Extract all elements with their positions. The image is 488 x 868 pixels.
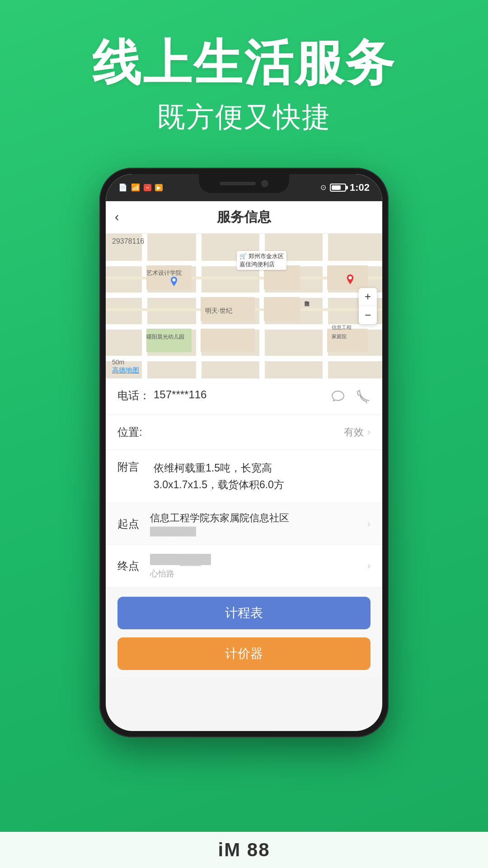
schedule-button[interactable]: 计程表: [117, 597, 371, 629]
back-button[interactable]: ‹: [115, 210, 119, 224]
start-point-row: 起点 信息工程学院东家属院信息社区 ████████ ›: [106, 503, 382, 545]
notch: [199, 174, 289, 193]
phone-screen: 📄 📶 − ▶ ⊙ 1:02 ‹: [106, 174, 382, 731]
map-brand: 50m 高德地图: [112, 358, 139, 375]
note-row: 附言 依维柯载重1.5吨，长宽高 3.0x1.7x1.5，载货体积6.0方: [106, 450, 382, 504]
play-orange-icon: ▶: [155, 184, 163, 191]
map-id: 29378116: [112, 237, 144, 245]
hero-section: 线上生活服务 既方便又快捷: [0, 0, 488, 154]
map-label-kindergarten: 曙阳晨光幼儿园: [146, 333, 184, 341]
map-road: [323, 234, 328, 378]
phone-label: 电话：: [117, 388, 154, 403]
battery-icon: [330, 184, 346, 192]
note-label: 附言: [117, 460, 154, 474]
phone-frame: 📄 📶 − ▶ ⊙ 1:02 ‹: [99, 168, 389, 737]
minus-red-icon: −: [144, 184, 151, 191]
map-road: [142, 234, 147, 378]
svg-point-1: [348, 276, 352, 279]
zoom-in-button[interactable]: +: [359, 288, 377, 306]
store-label: 🛒 郑州市金水区嘉佳鸿便利店: [237, 251, 286, 270]
bottom-bar-text: iM 88: [218, 839, 270, 861]
phone-mockup: 📄 📶 − ▶ ⊙ 1:02 ‹: [0, 168, 488, 737]
map-label-road3: 家庭院: [332, 333, 347, 340]
phone-row: 电话： 157****116: [106, 378, 382, 415]
end-point-row: 终点 心怡路███号 心怡路 ›: [106, 545, 382, 588]
end-content: 心怡路███号 心怡路: [150, 553, 364, 579]
map-block: [201, 329, 255, 352]
calculator-button[interactable]: 计价器: [117, 637, 371, 670]
start-chevron-icon[interactable]: ›: [367, 518, 371, 530]
start-content: 信息工程学院东家属院信息社区 ████████: [150, 511, 364, 536]
map-zoom-controls[interactable]: + −: [359, 288, 377, 324]
location-icon: ⊙: [320, 183, 326, 192]
info-area: 电话： 157****116: [106, 378, 382, 678]
start-label: 起点: [117, 517, 150, 531]
map-area[interactable]: 艺术设计学院 曙阳晨光幼儿园 明天·世纪 信息学院路 信息工程 家庭院 2937…: [106, 234, 382, 378]
page-title: 服务信息: [217, 208, 271, 226]
speaker: [220, 182, 256, 185]
map-label-tomorrow: 明天·世纪: [205, 307, 232, 315]
hero-title: 线上生活服务: [0, 36, 488, 90]
end-label: 终点: [117, 559, 150, 573]
svg-point-0: [173, 278, 176, 281]
status-icons-right: ⊙ 1:02: [320, 182, 370, 193]
map-block: [327, 329, 368, 352]
hero-subtitle: 既方便又快捷: [0, 98, 488, 136]
map-block: [264, 297, 300, 321]
location-pin-red: [345, 274, 355, 287]
document-icon: 📄: [118, 183, 127, 192]
camera: [261, 180, 268, 187]
call-icon[interactable]: [354, 388, 371, 405]
end-address: 心怡路███号: [150, 553, 364, 566]
button-area: 计程表 计价器: [106, 588, 382, 677]
location-label: 位置:: [117, 425, 154, 439]
battery-fill: [332, 185, 341, 190]
map-label-road2: 信息工程: [332, 324, 352, 331]
note-value: 依维柯载重1.5吨，长宽高 3.0x1.7x1.5，载货体积6.0方: [154, 460, 284, 493]
phone-value: 157****116: [154, 388, 330, 401]
end-sub: 心怡路: [150, 568, 364, 579]
chat-icon[interactable]: [330, 388, 346, 405]
bottom-bar: iM 88: [0, 832, 488, 868]
location-row: 位置: 有效 ›: [106, 415, 382, 450]
location-pin-blue: [169, 277, 179, 289]
wifi-icon: 📶: [131, 183, 140, 192]
start-sub: ████████: [150, 527, 364, 536]
map-label-school: 艺术设计学院: [146, 269, 182, 277]
status-time: 1:02: [350, 182, 370, 193]
status-bar: 📄 📶 − ▶ ⊙ 1:02: [106, 174, 382, 201]
app-header: ‹ 服务信息: [106, 201, 382, 234]
end-chevron-icon[interactable]: ›: [367, 560, 371, 572]
contact-icons: [330, 388, 371, 405]
chevron-right-icon[interactable]: ›: [367, 426, 371, 438]
location-status: 有效: [344, 425, 364, 439]
map-background: 艺术设计学院 曙阳晨光幼儿园 明天·世纪 信息学院路 信息工程 家庭院 2937…: [106, 234, 382, 378]
zoom-out-button[interactable]: −: [359, 306, 377, 324]
start-address: 信息工程学院东家属院信息社区: [150, 511, 364, 525]
status-icons-left: 📄 📶 − ▶: [118, 183, 163, 192]
